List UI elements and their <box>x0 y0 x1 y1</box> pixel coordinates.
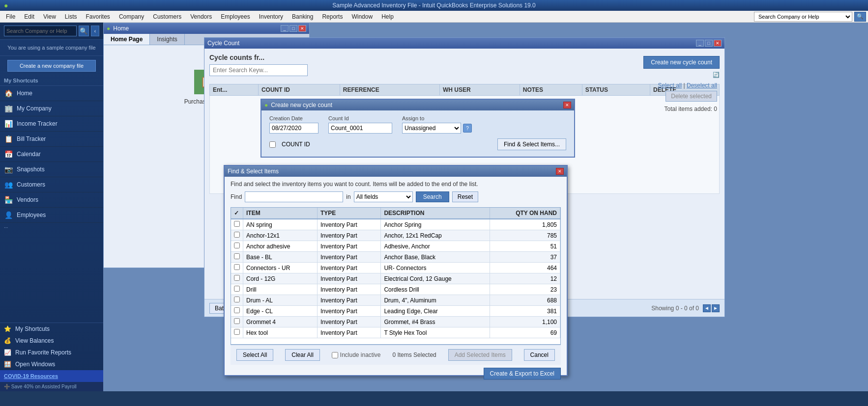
sidebar-item-home[interactable]: 🏠 Home <box>0 86 103 101</box>
home-restore-button[interactable]: □ <box>289 25 297 32</box>
sidebar-view-balances[interactable]: 💰 View Balances <box>0 335 103 347</box>
row-check[interactable] <box>231 219 243 230</box>
row-description: T Style Hex Tool <box>381 327 490 338</box>
menu-edit[interactable]: Edit <box>20 12 38 21</box>
menu-banking[interactable]: Banking <box>288 12 317 21</box>
top-search-button[interactable]: 🔍 <box>854 12 866 22</box>
create-cycle-dialog-close[interactable]: ✕ <box>563 102 571 108</box>
row-check[interactable] <box>231 263 243 273</box>
menu-file[interactable]: File <box>2 12 19 21</box>
tab-insights[interactable]: Insights <box>150 34 184 45</box>
table-row[interactable]: Grommet 4 Inventory Part Grommet, #4 Bra… <box>231 317 560 327</box>
find-search-button[interactable]: Search <box>416 191 449 202</box>
menu-employees[interactable]: Employees <box>217 12 254 21</box>
sidebar-search-input[interactable] <box>4 26 77 36</box>
cc-minimize-button[interactable]: _ <box>696 40 704 47</box>
select-all-button[interactable]: Select All <box>236 349 273 361</box>
find-dialog-bottom: Select All Clear All Include inactive 0 … <box>231 345 561 365</box>
sidebar-item-my-company[interactable]: 🏢 My Company <box>0 101 103 116</box>
home-minimize-button[interactable]: _ <box>281 25 289 32</box>
table-row[interactable]: Drum - AL Inventory Part Drum, 4", Alumi… <box>231 295 560 306</box>
add-selected-button[interactable]: Add Selected Items <box>448 349 512 361</box>
sidebar-item-calendar[interactable]: 📅 Calendar <box>0 147 103 162</box>
table-row[interactable]: Anchor-12x1 Inventory Part Anchor, 12x1 … <box>231 230 560 241</box>
select-all-link[interactable]: Select all <box>658 82 682 89</box>
cc-col-count-id: COUNT ID <box>258 84 340 96</box>
cc-header-row: Cycle counts fr... Create new cycle coun… <box>209 54 720 80</box>
sidebar-item-employees[interactable]: 👤 Employees <box>0 208 103 223</box>
row-check[interactable] <box>231 252 243 263</box>
menu-inventory[interactable]: Inventory <box>255 12 287 21</box>
creation-date-input[interactable] <box>269 123 318 134</box>
sidebar-my-shortcuts[interactable]: ⭐ My Shortcuts <box>0 323 103 335</box>
table-row[interactable]: Connectors - UR Inventory Part UR- Conne… <box>231 263 560 273</box>
create-export-button[interactable]: Create & Export to Excel <box>484 368 561 379</box>
delete-selected-button[interactable]: Delete selected <box>665 91 717 102</box>
menu-window[interactable]: Window <box>347 12 376 21</box>
sidebar-run-reports[interactable]: 📈 Run Favorite Reports <box>0 347 103 358</box>
menu-company[interactable]: Company <box>115 12 148 21</box>
create-cycle-dialog: ● Create new cycle count ✕ Creation Date… <box>260 99 575 158</box>
menu-lists[interactable]: Lists <box>61 12 81 21</box>
cc-restore-button[interactable]: □ <box>705 40 713 47</box>
create-cycle-count-button[interactable]: Create new cycle count <box>643 56 720 69</box>
create-company-button[interactable]: Create a new company file <box>7 60 96 72</box>
menu-customers[interactable]: Customers <box>149 12 185 21</box>
row-qty: 688 <box>490 295 560 306</box>
table-row[interactable]: AN spring Inventory Part Anchor Spring 1… <box>231 219 560 230</box>
include-inactive-checkbox[interactable] <box>332 352 338 358</box>
find-input[interactable] <box>245 191 343 202</box>
menu-view[interactable]: View <box>39 12 60 21</box>
count-id-input[interactable] <box>328 123 392 134</box>
row-check[interactable] <box>231 284 243 295</box>
row-check[interactable] <box>231 295 243 306</box>
sidebar-item-vendors[interactable]: 🏪 Vendors <box>0 192 103 208</box>
find-select-dialog-close[interactable]: ✕ <box>556 168 564 175</box>
tab-home-page[interactable]: Home Page <box>104 34 150 45</box>
home-close-button[interactable]: ✕ <box>298 25 306 32</box>
find-select-items-button[interactable]: Find & Select Items... <box>497 138 566 150</box>
sidebar-open-windows[interactable]: 🪟 Open Windows <box>0 358 103 370</box>
deselect-all-link[interactable]: Deselect all <box>687 82 717 89</box>
sidebar-item-customers[interactable]: 👥 Customers <box>0 177 103 192</box>
sidebar-nav-back[interactable]: ‹ <box>91 26 99 36</box>
nav-next-button[interactable]: ► <box>712 304 720 312</box>
sidebar-item-income-tracker[interactable]: 📊 Income Tracker <box>0 116 103 132</box>
payroll-promo[interactable]: ➕ Save 40% on Assisted Payroll <box>0 382 103 391</box>
row-check[interactable] <box>231 241 243 252</box>
row-check[interactable] <box>231 306 243 317</box>
nav-prev-button[interactable]: ◄ <box>703 304 711 312</box>
assign-to-help-button[interactable]: ? <box>463 124 472 133</box>
row-check[interactable] <box>231 317 243 327</box>
row-check[interactable] <box>231 273 243 284</box>
assign-to-select[interactable]: Unassigned <box>402 123 461 134</box>
menu-help[interactable]: Help <box>377 12 398 21</box>
table-row[interactable]: Cord - 12G Inventory Part Electrical Cor… <box>231 273 560 284</box>
in-select[interactable]: All fields <box>354 191 413 202</box>
menu-vendors[interactable]: Vendors <box>186 12 216 21</box>
count-id-checkbox[interactable] <box>269 141 276 148</box>
find-reset-button[interactable]: Reset <box>452 191 478 202</box>
cancel-button[interactable]: Cancel <box>524 349 555 361</box>
table-row[interactable]: Anchor adhesive Inventory Part Adhesive,… <box>231 241 560 252</box>
menu-reports[interactable]: Reports <box>318 12 347 21</box>
find-row: Find in All fields Search Reset <box>231 191 561 202</box>
sidebar-search-button[interactable]: 🔍 <box>79 26 89 36</box>
row-qty: 785 <box>490 230 560 241</box>
cc-search-input[interactable] <box>209 64 308 76</box>
cc-col-notes: NOTES <box>520 84 582 96</box>
table-row[interactable]: Drill Inventory Part Cordless Drill 23 <box>231 284 560 295</box>
cc-close-button[interactable]: ✕ <box>714 40 722 47</box>
row-check[interactable] <box>231 230 243 241</box>
sidebar-item-snapshots[interactable]: 📷 Snapshots <box>0 162 103 177</box>
sidebar-item-bill-tracker[interactable]: 📋 Bill Tracker <box>0 132 103 147</box>
table-row[interactable]: Hex tool Inventory Part T Style Hex Tool… <box>231 327 560 338</box>
covid-banner[interactable]: COVID-19 Resources <box>0 370 103 382</box>
clear-all-button[interactable]: Clear All <box>285 349 320 361</box>
menu-favorites[interactable]: Favorites <box>82 12 114 21</box>
top-search-input[interactable]: Search Company or Help <box>754 12 852 22</box>
table-row[interactable]: Edge - CL Inventory Part Leading Edge, C… <box>231 306 560 317</box>
table-row[interactable]: Base - BL Inventory Part Anchor Base, Bl… <box>231 252 560 263</box>
refresh-icon[interactable]: 🔄 <box>713 72 720 78</box>
row-check[interactable] <box>231 327 243 338</box>
